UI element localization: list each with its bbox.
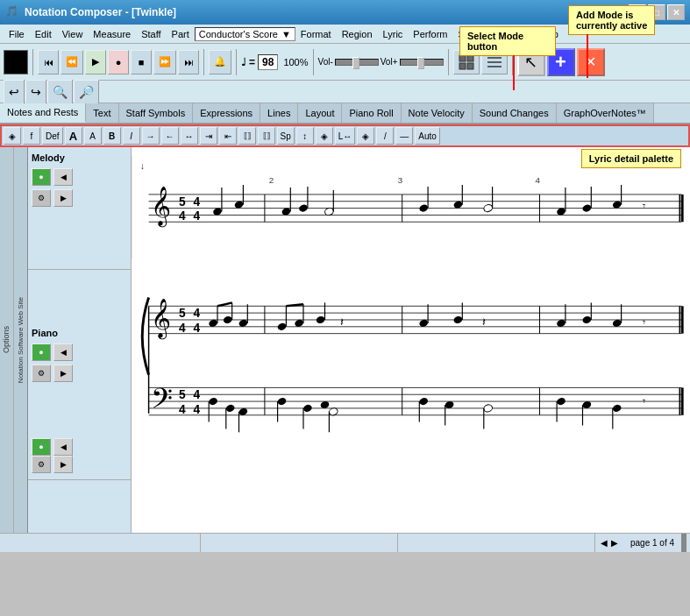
menu-perform[interactable]: Perform bbox=[408, 27, 452, 41]
score-dropdown[interactable]: Conductor's Score ▼ bbox=[195, 27, 295, 41]
svg-point-131 bbox=[612, 404, 622, 414]
menu-view[interactable]: View bbox=[57, 27, 89, 41]
menu-window[interactable]: Window bbox=[488, 27, 533, 41]
menu-file[interactable]: File bbox=[4, 27, 30, 41]
lyric-btn-lr[interactable]: L↔ bbox=[335, 127, 356, 145]
track-piano-solo[interactable]: ◀ bbox=[53, 343, 73, 361]
track-melody-solo[interactable]: ◀ bbox=[53, 168, 73, 186]
select-mode-button[interactable]: ↖ bbox=[517, 48, 545, 76]
tab-layout[interactable]: Layout bbox=[298, 103, 342, 123]
track-piano-settings[interactable]: ⚙ bbox=[32, 365, 51, 382]
track-melody-settings[interactable]: ⚙ bbox=[32, 189, 51, 207]
tab-staff-symbols[interactable]: Staff Symbols bbox=[119, 103, 194, 123]
track-piano-solo2[interactable]: ◀ bbox=[53, 438, 73, 456]
lyric-btn-arrow-left[interactable]: ← bbox=[161, 127, 179, 145]
restore-button[interactable]: □ bbox=[648, 4, 665, 20]
grid-btn1[interactable] bbox=[453, 50, 480, 74]
play-button[interactable]: ▶ bbox=[85, 50, 106, 74]
lyric-btn-sp[interactable]: Sp bbox=[277, 127, 295, 145]
lyric-btn-def[interactable]: Def bbox=[42, 127, 63, 145]
rewind-button[interactable]: ⏮ bbox=[38, 50, 59, 74]
prev-button[interactable]: ⏪ bbox=[60, 50, 83, 74]
menu-lyric[interactable]: Lyric bbox=[378, 27, 409, 41]
menu-help[interactable]: Help bbox=[533, 27, 564, 41]
track-piano-expand2[interactable]: ▶ bbox=[53, 456, 73, 473]
lyric-btn-a-upper[interactable]: A bbox=[65, 127, 82, 145]
tab-lines[interactable]: Lines bbox=[260, 103, 298, 123]
stop-button[interactable]: ■ bbox=[131, 50, 152, 74]
menu-format[interactable]: Format bbox=[295, 27, 337, 41]
status-resize[interactable] bbox=[681, 534, 686, 552]
vol-out-slider[interactable] bbox=[400, 59, 444, 66]
track-piano-expand[interactable]: ▶ bbox=[53, 365, 73, 382]
grid-btn2[interactable] bbox=[481, 50, 508, 74]
toolbar2-search[interactable]: 🔍 bbox=[47, 80, 73, 104]
scroll-right-icon[interactable]: ▶ bbox=[611, 538, 618, 548]
lyric-btn-link[interactable]: ◈ bbox=[4, 127, 21, 145]
lyric-btn-italic[interactable]: I bbox=[123, 127, 140, 145]
track-melody-expand[interactable]: ▶ bbox=[53, 189, 73, 207]
track-piano-mute2[interactable]: ● bbox=[32, 438, 51, 456]
tab-piano-roll[interactable]: Piano Roll bbox=[342, 103, 401, 123]
options-label[interactable]: Options bbox=[2, 326, 11, 353]
vol-out-thumb[interactable] bbox=[417, 57, 424, 69]
lyric-btn-updown[interactable]: ↕ bbox=[296, 127, 314, 145]
svg-text:4: 4 bbox=[194, 403, 201, 416]
tab-notes-rests[interactable]: Notes and Rests bbox=[0, 103, 86, 123]
color-selector[interactable] bbox=[4, 50, 28, 74]
track-piano-mute[interactable]: ● bbox=[32, 343, 51, 361]
lyric-btn-both-arrows[interactable]: ↔ bbox=[181, 127, 198, 145]
menu-measure[interactable]: Measure bbox=[88, 27, 136, 41]
scroll-left-icon[interactable]: ◀ bbox=[601, 538, 608, 548]
lyric-btn-dash[interactable]: — bbox=[395, 127, 413, 145]
tab-sound-changes[interactable]: Sound Changes bbox=[473, 103, 557, 123]
vol-in-slider[interactable] bbox=[335, 59, 379, 66]
toolbar2-zoom[interactable]: 🔎 bbox=[74, 80, 99, 104]
lyric-btn-a-lower[interactable]: A bbox=[84, 127, 102, 145]
vol-in-thumb[interactable] bbox=[352, 57, 359, 69]
lyric-btn-tab-left[interactable]: ⇤ bbox=[219, 127, 237, 145]
record-button[interactable]: ● bbox=[108, 50, 129, 74]
tab-expressions[interactable]: Expressions bbox=[193, 103, 260, 123]
tab-note-velocity[interactable]: Note Velocity bbox=[402, 103, 473, 123]
lyric-btn-arrow-right[interactable]: → bbox=[142, 127, 160, 145]
web-label[interactable]: Notation Software Web Site bbox=[17, 297, 25, 383]
lyric-btn-bracket1[interactable]: ⟦⟧ bbox=[238, 127, 256, 145]
lyric-btn-connect[interactable]: ◈ bbox=[357, 127, 374, 145]
lyric-btn-bracket2[interactable]: ⟦⟧ bbox=[258, 127, 275, 145]
lyric-btn-link2[interactable]: ◈ bbox=[316, 127, 333, 145]
menu-edit[interactable]: Edit bbox=[30, 27, 57, 41]
track-melody-mute[interactable]: ● bbox=[32, 168, 51, 186]
vol-in-control[interactable]: Vol- bbox=[318, 57, 379, 67]
bell-button[interactable]: 🔔 bbox=[209, 50, 231, 74]
menu-setup[interactable]: Setup bbox=[452, 27, 488, 41]
zoom-value[interactable]: 100% bbox=[283, 57, 308, 67]
close-button[interactable]: ✕ bbox=[667, 4, 685, 20]
main-content: Options Notation Software Web Site Melod… bbox=[0, 147, 690, 533]
lyric-btn-tab-right[interactable]: ⇥ bbox=[200, 127, 217, 145]
minimize-button[interactable]: ─ bbox=[629, 4, 646, 20]
menu-region[interactable]: Region bbox=[337, 27, 378, 41]
add-mode-button[interactable]: + bbox=[547, 48, 575, 76]
ffwd-button[interactable]: ⏩ bbox=[153, 50, 176, 74]
lyric-btn-slash[interactable]: / bbox=[376, 127, 394, 145]
tempo-value[interactable]: 98 bbox=[258, 54, 278, 70]
track-melody: Melody ● ◀ ⚙ ▶ bbox=[28, 147, 131, 270]
lyric-btn-bold[interactable]: B bbox=[103, 127, 121, 145]
toolbar2-undo[interactable]: ↩ bbox=[4, 80, 25, 104]
tab-graphovernotes[interactable]: GraphOverNotes™ bbox=[557, 103, 654, 123]
menu-staff[interactable]: Staff bbox=[136, 27, 166, 41]
erase-mode-button[interactable]: ✕ bbox=[577, 48, 605, 76]
lyric-btn-f[interactable]: f bbox=[23, 127, 40, 145]
lyric-btn-auto[interactable]: Auto bbox=[415, 127, 440, 145]
tab-text[interactable]: Text bbox=[86, 103, 118, 123]
track-piano-buttons-bot2: ⚙ ▶ bbox=[32, 456, 127, 473]
track-piano-buttons-top: ● ◀ bbox=[32, 343, 127, 361]
vol-out-control[interactable]: Vol+ bbox=[381, 57, 444, 67]
svg-point-37 bbox=[418, 203, 429, 213]
toolbar2-redo[interactable]: ↪ bbox=[25, 80, 46, 104]
menu-part[interactable]: Part bbox=[167, 27, 195, 41]
svg-point-121 bbox=[418, 397, 429, 407]
track-piano-settings2[interactable]: ⚙ bbox=[32, 456, 51, 473]
end-button[interactable]: ⏭ bbox=[178, 50, 199, 74]
